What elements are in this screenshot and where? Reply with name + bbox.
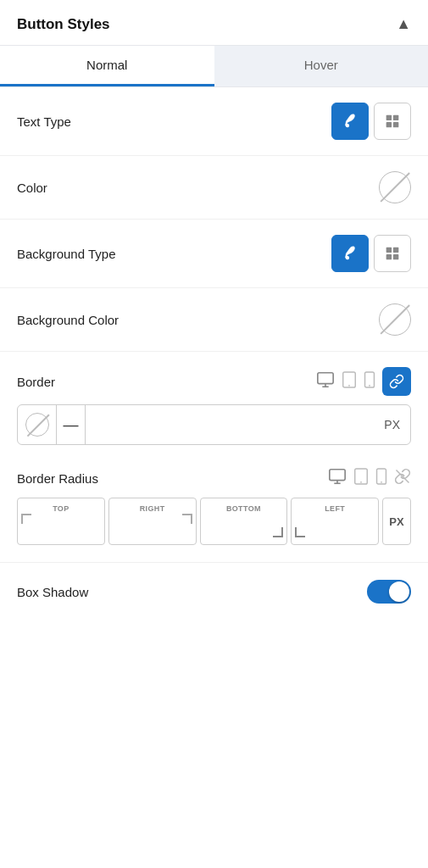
radius-left-label: LEFT: [325, 504, 345, 513]
svg-rect-7: [393, 248, 398, 253]
box-shadow-row: Box Shadow: [0, 562, 428, 620]
collapse-icon[interactable]: ▲: [396, 15, 411, 33]
background-color-row: Background Color: [0, 288, 428, 352]
svg-rect-1: [386, 115, 392, 120]
svg-point-14: [348, 385, 350, 387]
corner-tl-icon: [21, 514, 31, 524]
svg-point-21: [360, 481, 362, 483]
grid-icon: [383, 112, 402, 131]
radius-top-box[interactable]: TOP: [17, 498, 105, 545]
border-device-icons: [316, 367, 411, 396]
text-type-row: Text Type: [0, 87, 428, 156]
tab-normal[interactable]: Normal: [0, 46, 214, 86]
svg-rect-9: [393, 254, 398, 259]
border-no-color-swatch[interactable]: [18, 405, 57, 444]
background-color-label: Background Color: [17, 313, 119, 327]
svg-rect-17: [330, 470, 345, 481]
radius-mobile-icon[interactable]: [375, 468, 387, 488]
border-style-dash[interactable]: —: [57, 405, 86, 444]
box-shadow-toggle[interactable]: [367, 580, 411, 604]
text-type-brush-button[interactable]: [331, 103, 369, 140]
border-link-icon[interactable]: [382, 367, 411, 396]
radius-bottom-label: BOTTOM: [226, 504, 261, 513]
corner-bl-icon: [295, 527, 305, 537]
border-value-input[interactable]: [86, 405, 384, 444]
border-no-color-circle: [25, 413, 49, 437]
border-monitor-icon[interactable]: [316, 370, 335, 392]
radius-right-box[interactable]: RIGHT: [108, 498, 197, 545]
toggle-knob: [389, 581, 409, 602]
tabs-container: Normal Hover: [0, 46, 428, 87]
radius-left-box[interactable]: LEFT: [291, 498, 379, 545]
border-row: Border: [0, 352, 428, 404]
background-type-buttons: [331, 235, 411, 272]
border-radius-label: Border Radius: [17, 471, 98, 486]
svg-point-23: [381, 481, 382, 483]
radius-unit-label: PX: [389, 515, 403, 528]
svg-rect-6: [386, 248, 392, 253]
svg-rect-4: [393, 122, 398, 127]
svg-rect-8: [386, 254, 392, 259]
button-styles-panel: Button Styles ▲ Normal Hover Text Type: [0, 0, 428, 620]
grid-icon-2: [383, 244, 402, 263]
radius-bottom-box[interactable]: BOTTOM: [200, 498, 288, 545]
radius-tablet-icon[interactable]: [353, 468, 369, 488]
brush-icon-2: [341, 244, 359, 263]
panel-title: Button Styles: [17, 16, 110, 33]
box-shadow-label: Box Shadow: [17, 585, 88, 599]
background-type-label: Background Type: [17, 247, 115, 261]
radius-monitor-icon[interactable]: [328, 467, 347, 489]
border-unit-label: PX: [384, 418, 410, 431]
radius-top-label: TOP: [53, 504, 69, 513]
radius-right-label: RIGHT: [140, 504, 165, 513]
border-radius-label-row: Border Radius: [0, 453, 428, 498]
bg-type-grid-button[interactable]: [374, 235, 411, 272]
corner-tr-icon: [182, 514, 192, 524]
text-type-label: Text Type: [17, 114, 71, 129]
border-tablet-icon[interactable]: [342, 371, 357, 392]
svg-rect-2: [393, 115, 398, 120]
panel-header: Button Styles ▲: [0, 0, 428, 46]
color-picker-button[interactable]: [379, 171, 411, 203]
border-label: Border: [17, 375, 55, 389]
color-row: Color: [0, 156, 428, 220]
svg-rect-10: [318, 373, 333, 384]
radius-unlink-icon[interactable]: [394, 468, 411, 488]
radius-inputs-container: TOP RIGHT BOTTOM LEFT PX: [17, 498, 411, 545]
border-input-row: — PX: [17, 404, 411, 445]
corner-br-icon: [273, 527, 283, 537]
radius-unit-box: PX: [382, 498, 411, 545]
text-type-grid-button[interactable]: [374, 103, 411, 140]
svg-point-16: [369, 385, 370, 387]
brush-icon: [341, 112, 359, 131]
border-mobile-icon[interactable]: [364, 371, 375, 392]
svg-rect-3: [386, 122, 392, 127]
tab-hover[interactable]: Hover: [214, 46, 429, 86]
text-type-buttons: [331, 103, 411, 140]
bg-type-brush-button[interactable]: [331, 235, 369, 272]
color-label: Color: [17, 181, 47, 195]
radius-device-icons: [328, 467, 411, 489]
border-radius-section: Border Radius: [0, 453, 428, 562]
background-type-row: Background Type: [0, 220, 428, 288]
bg-color-picker-button[interactable]: [379, 303, 411, 336]
